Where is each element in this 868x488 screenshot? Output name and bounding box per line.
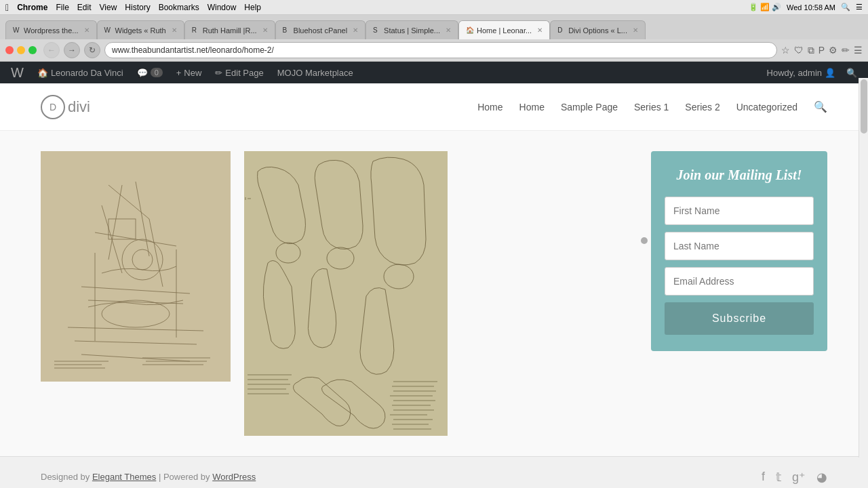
wp-edit-link[interactable]: ✏ Edit Page [210,62,269,83]
wordpress-link[interactable]: WordPress [212,472,256,482]
wp-search-icon: 🔍 [846,68,857,78]
tab-label: Home | Leonar... [477,26,532,35]
mailing-title: Join our Mailing List! [665,167,814,183]
menu-icon[interactable]: ☰ [856,3,863,12]
site-search-icon[interactable]: 🔍 [814,101,827,113]
wp-mojo-link[interactable]: MOJO Marketplace [272,62,359,83]
tab-bar: W Wordpress the... ✕ W Widgets « Ruth ✕ … [0,15,868,39]
window-menu[interactable]: Window [208,3,237,12]
file-menu[interactable]: File [56,3,68,12]
tab-close-icon[interactable]: ✕ [262,26,268,34]
wp-logo-link[interactable]: W [5,62,29,83]
tab-label: Bluehost cPanel [294,26,348,35]
wp-new-link[interactable]: + New [171,62,208,83]
google-plus-icon[interactable]: g⁺ [792,470,806,485]
rss-icon[interactable]: ◕ [816,470,827,485]
mailing-form: Subscribe [665,197,814,335]
browser-frame: W Wordpress the... ✕ W Widgets « Ruth ✕ … [0,15,868,62]
traffic-lights [5,46,37,54]
tab-close-icon[interactable]: ✕ [446,26,451,34]
view-menu[interactable]: View [100,3,117,12]
gallery-image-1[interactable] [41,151,231,382]
clock: Wed 10:58 AM [787,3,835,12]
settings-icon[interactable]: ⚙ [829,45,837,56]
tab-label: Wordpress the... [24,26,79,35]
logo-letter: D [50,102,56,113]
tab-status[interactable]: S Status | Simple... ✕ [366,20,458,39]
site-logo[interactable]: D divi [41,95,90,119]
search-icon[interactable]: 🔍 [841,3,850,12]
chrome-menu[interactable]: Chrome [17,3,47,12]
back-button[interactable]: ← [43,42,60,58]
tab-divi[interactable]: D Divi Options « L... ✕ [550,20,646,39]
site-footer: Designed by Elegant Themes | Powered by … [0,456,868,488]
browser-toolbar-icons: ☆ 🛡 ⧉ P ⚙ ✏ ☰ [781,45,863,56]
wp-home-icon: 🏠 [37,68,48,78]
tab-close-icon[interactable]: ✕ [537,26,542,34]
tab-favicon: B [283,26,291,35]
minimize-button[interactable] [17,46,25,54]
scrollbar-thumb[interactable] [861,79,867,134]
menu-series2[interactable]: Series 2 [685,102,719,113]
wp-home-link[interactable]: 🏠 Leonardo Da Vinci [32,62,129,83]
gallery-image-2[interactable] [244,151,448,436]
last-name-input[interactable] [665,232,814,260]
apple-icon[interactable]:  [5,2,9,13]
mailing-list-widget: Join our Mailing List! Subscribe [651,151,827,351]
pinterest-icon[interactable]: P [818,45,825,56]
tab-close-icon[interactable]: ✕ [353,26,358,34]
new-label: New [184,68,201,78]
history-menu[interactable]: History [125,3,150,12]
mac-menu-bar:  Chrome File Edit View History Bookmark… [5,2,261,13]
bookmarks-menu[interactable]: Bookmarks [159,3,199,12]
menu-dots-icon[interactable]: ☰ [854,45,863,56]
tab-ruth[interactable]: R Ruth Hamill |R... ✕ [184,20,275,39]
tab-favicon: S [373,26,381,35]
wp-comments-link[interactable]: 💬 0 [132,62,168,83]
menu-home1[interactable]: Home [477,102,502,113]
bookmark-star-icon[interactable]: ☆ [781,45,790,56]
site-content: Join our Mailing List! Subscribe [0,131,868,456]
tab-close-icon[interactable]: ✕ [84,26,90,34]
comment-count: 0 [151,68,163,77]
first-name-input[interactable] [665,197,814,225]
tab-widgets[interactable]: W Widgets « Ruth ✕ [97,20,184,39]
mac-top-bar:  Chrome File Edit View History Bookmark… [0,0,868,15]
tab-close-icon[interactable]: ✕ [172,26,177,34]
site-name-label: Leonardo Da Vinci [51,68,123,78]
admin-bar-right: Howdy, admin 👤 🔍 [762,62,863,83]
tab-close-icon[interactable]: ✕ [633,26,638,34]
address-bar[interactable]: www.theabundantartist.net/leonardo/home-… [104,42,777,58]
layers-icon[interactable]: ⧉ [808,45,814,56]
shield-icon[interactable]: 🛡 [794,45,804,56]
tab-home-active[interactable]: 🏠 Home | Leonar... ✕ [458,20,550,39]
howdy-text: Howdy, admin [767,68,822,78]
tab-wordpress[interactable]: W Wordpress the... ✕ [5,20,97,39]
edit-page-icon: ✏ [215,68,222,78]
menu-sample-page[interactable]: Sample Page [561,102,618,113]
mojo-label: MOJO Marketplace [277,68,353,78]
tab-bluehost[interactable]: B Bluehost cPanel ✕ [275,20,366,39]
menu-home2[interactable]: Home [519,102,545,113]
system-icons: 🔋 📶 🔊 [749,3,781,12]
edit-menu[interactable]: Edit [77,3,92,12]
edit-icon[interactable]: ✏ [842,45,850,56]
scrollbar[interactable] [859,78,868,458]
facebook-icon[interactable]: f [762,470,765,485]
footer-social-icons: f 𝕥 g⁺ ◕ [762,470,827,485]
menu-series1[interactable]: Series 1 [634,102,669,113]
reload-button[interactable]: ↻ [84,42,100,58]
close-button[interactable] [5,46,14,54]
twitter-icon[interactable]: 𝕥 [776,470,781,485]
menu-uncategorized[interactable]: Uncategorized [736,102,797,113]
elegant-themes-link[interactable]: Elegant Themes [92,472,156,482]
avatar-icon: 👤 [825,68,835,78]
help-menu[interactable]: Help [244,3,261,12]
subscribe-button[interactable]: Subscribe [665,302,814,335]
howdy-link[interactable]: Howdy, admin 👤 [762,62,841,83]
logo-circle: D [41,95,65,119]
email-input[interactable] [665,267,814,296]
edit-page-label: Edit Page [225,68,263,78]
maximize-button[interactable] [28,46,37,54]
forward-button[interactable]: → [64,42,80,58]
